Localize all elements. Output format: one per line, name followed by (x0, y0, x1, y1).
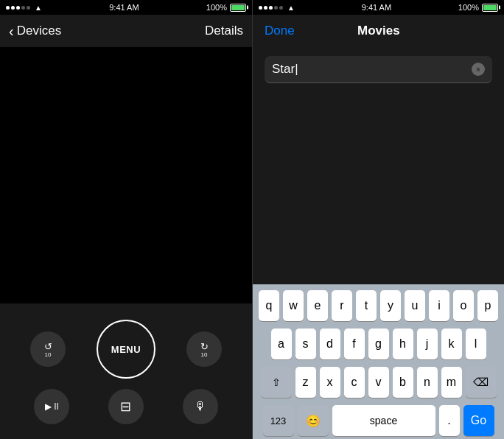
done-button[interactable]: Done (265, 24, 295, 38)
menu-label: MENU (111, 344, 141, 355)
key-q[interactable]: q (259, 290, 279, 321)
search-area: Star| × (253, 47, 504, 92)
kb-row-2: a s d f g h j k l (255, 329, 502, 359)
play-pause-icon: ▶ II (45, 401, 59, 412)
key-j[interactable]: j (417, 329, 438, 359)
key-s[interactable]: s (295, 329, 316, 359)
key-i[interactable]: i (429, 290, 449, 321)
forward-arrow: ↻ (200, 341, 209, 352)
forward-icon: ↻ 10 (200, 341, 209, 358)
key-m[interactable]: m (441, 367, 462, 398)
search-input[interactable]: Star| (272, 62, 472, 77)
r-dot-2 (264, 6, 267, 10)
go-key[interactable]: Go (463, 405, 494, 436)
left-battery-fill (231, 5, 245, 10)
mic-button[interactable]: 🎙 (183, 389, 218, 424)
key-f[interactable]: f (344, 329, 365, 359)
r-dot-5 (279, 6, 283, 10)
right-status-time: 9:41 AM (362, 3, 391, 12)
key-o[interactable]: o (453, 290, 474, 321)
left-battery-pct: 100% (206, 3, 227, 12)
signal-dots (6, 6, 30, 10)
left-status-bar: ▲ 9:41 AM 100% (0, 0, 252, 15)
key-z[interactable]: z (295, 367, 316, 398)
key-b[interactable]: b (393, 367, 413, 398)
rewind-arrow: ↺ (44, 341, 52, 352)
dot-3 (16, 6, 20, 10)
forward-button[interactable]: ↻ 10 (186, 331, 222, 367)
back-chevron-icon: ‹ (9, 24, 14, 38)
left-battery-icon (230, 4, 246, 12)
key-l[interactable]: l (466, 329, 486, 359)
results-area (253, 92, 504, 284)
left-status-time: 9:41 AM (109, 3, 139, 12)
rewind-icon: ↺ 10 (44, 341, 52, 358)
period-key[interactable]: . (439, 405, 460, 436)
remote-controls: ↺ 10 MENU ↻ 10 ▶ II ⊟ (0, 303, 252, 439)
key-c[interactable]: c (344, 367, 365, 398)
key-r[interactable]: r (332, 290, 352, 321)
right-status-bar: ▲ 9:41 AM 100% (253, 0, 504, 15)
rewind-button[interactable]: ↺ 10 (30, 331, 66, 367)
play-pause-button[interactable]: ▶ II (34, 389, 69, 424)
left-phone: ▲ 9:41 AM 100% ‹ Devices Details ↺ 10 (0, 0, 252, 439)
left-nav-bar: ‹ Devices Details (0, 15, 252, 47)
search-clear-button[interactable]: × (472, 63, 485, 76)
r-dot-1 (259, 6, 262, 10)
right-battery-icon (482, 4, 498, 12)
key-p[interactable]: p (477, 290, 498, 321)
right-nav-bar: Done Movies (253, 15, 504, 47)
key-t[interactable]: t (356, 290, 377, 321)
key-d[interactable]: d (320, 329, 340, 359)
tv-button[interactable]: ⊟ (108, 389, 144, 424)
dot-1 (6, 6, 10, 10)
keyboard: q w e r t y u i o p a s d f g h j k l ⇧ … (253, 284, 504, 439)
delete-key[interactable]: ⌫ (466, 367, 497, 398)
key-e[interactable]: e (307, 290, 328, 321)
mic-icon: 🎙 (195, 400, 206, 413)
kb-row-4: 123 😊 space . Go (255, 405, 502, 436)
right-status-left: ▲ (259, 4, 295, 12)
key-y[interactable]: y (380, 290, 401, 321)
right-battery-pct: 100% (458, 3, 479, 12)
key-x[interactable]: x (320, 367, 340, 398)
dot-2 (11, 6, 15, 10)
wifi-icon: ▲ (35, 4, 42, 12)
right-phone: ▲ 9:41 AM 100% Done Movies Star| × q w e… (252, 0, 504, 439)
key-k[interactable]: k (441, 329, 462, 359)
key-g[interactable]: g (368, 329, 389, 359)
r-dot-4 (274, 6, 278, 10)
r-dot-3 (269, 6, 273, 10)
space-key[interactable]: space (332, 405, 435, 436)
tv-icon: ⊟ (120, 398, 131, 415)
right-battery-fill (483, 5, 497, 10)
right-status-right: 100% (458, 3, 498, 12)
kb-row-3: ⇧ z x c v b n m ⌫ (255, 367, 502, 398)
key-v[interactable]: v (368, 367, 389, 398)
remote-screen (0, 47, 252, 303)
search-input-row[interactable]: Star| × (265, 56, 492, 83)
key-a[interactable]: a (271, 329, 292, 359)
left-status-right: 100% (206, 3, 246, 12)
movies-title: Movies (357, 24, 400, 38)
dot-5 (27, 6, 30, 10)
key-n[interactable]: n (417, 367, 438, 398)
back-button[interactable]: ‹ Devices (9, 24, 61, 38)
remote-main-row: ↺ 10 MENU ↻ 10 (0, 315, 252, 383)
key-h[interactable]: h (393, 329, 413, 359)
forward-num: 10 (201, 352, 208, 358)
shift-key[interactable]: ⇧ (261, 367, 292, 398)
dot-4 (21, 6, 25, 10)
right-wifi-icon: ▲ (287, 4, 295, 12)
left-status-left: ▲ (6, 4, 42, 12)
rewind-num: 10 (45, 352, 52, 358)
numbers-key[interactable]: 123 (263, 405, 294, 436)
emoji-key[interactable]: 😊 (298, 405, 329, 436)
remote-bottom-row: ▶ II ⊟ 🎙 (0, 383, 252, 432)
key-w[interactable]: w (283, 290, 304, 321)
menu-button[interactable]: MENU (97, 320, 155, 379)
back-label: Devices (17, 24, 61, 38)
right-signal-dots (259, 6, 283, 10)
key-u[interactable]: u (405, 290, 425, 321)
details-button[interactable]: Details (205, 24, 243, 38)
